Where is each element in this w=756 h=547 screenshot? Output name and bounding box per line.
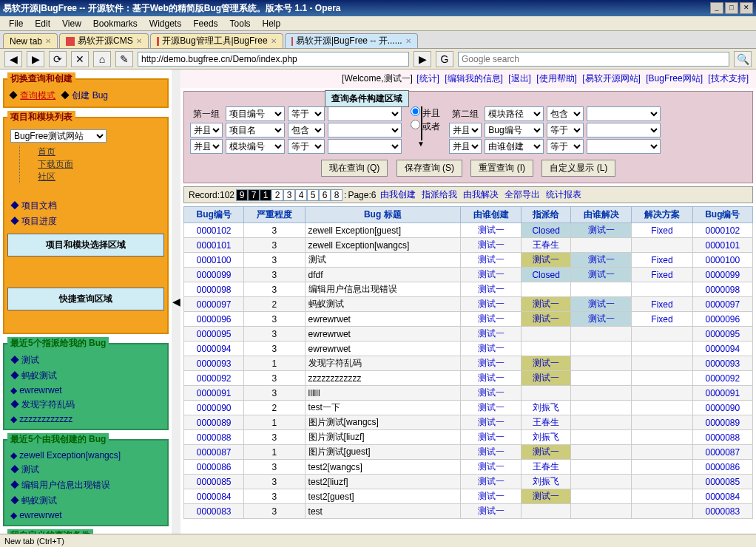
cell-link[interactable]: 测试一 — [478, 506, 504, 516]
cell-link[interactable]: 0000098 — [197, 285, 232, 295]
field-select[interactable]: 项目编号 — [226, 106, 285, 121]
cell-link[interactable]: 0000099 — [705, 270, 740, 280]
top-link[interactable]: [编辑我的信息] — [445, 73, 503, 84]
cell-link[interactable]: 测试一 — [478, 254, 504, 265]
radio-and[interactable]: 并且 — [411, 106, 440, 120]
value-select[interactable] — [587, 106, 661, 121]
cell-link[interactable]: 0000083 — [197, 506, 232, 517]
menu-file[interactable]: File — [3, 17, 29, 30]
cell-link[interactable]: 测试一 — [588, 269, 615, 279]
cell-link[interactable]: 0000091 — [197, 388, 232, 398]
recent-assigned-item[interactable]: zzzzzzzzzzzz — [7, 412, 164, 426]
home-button[interactable]: ⌂ — [93, 51, 111, 67]
cell-link[interactable]: 0000099 — [197, 270, 232, 280]
tab-0[interactable]: New tab✕ — [3, 33, 58, 48]
column-header[interactable]: Bug编号 — [184, 207, 244, 223]
tab-close-icon[interactable]: ✕ — [271, 37, 277, 45]
cell-link[interactable]: 测试一 — [478, 269, 504, 279]
cell-link[interactable]: 0000088 — [705, 432, 740, 443]
search-input[interactable] — [458, 52, 729, 67]
tab-close-icon[interactable]: ✕ — [45, 37, 51, 45]
cell-link[interactable]: Fixed — [651, 270, 672, 280]
cell-link[interactable]: 0000093 — [197, 359, 232, 369]
cell-link[interactable]: 测试一 — [588, 313, 615, 324]
menu-widgets[interactable]: Widgets — [144, 17, 187, 30]
cell-link[interactable]: 测试一 — [478, 446, 504, 457]
cell-link[interactable]: Fixed — [651, 225, 672, 236]
column-header[interactable]: Bug 标题 — [305, 207, 460, 223]
cell-link[interactable]: 测试一 — [478, 461, 504, 472]
cell-link[interactable]: 0000095 — [705, 329, 740, 339]
cell-link[interactable]: 测试一 — [478, 373, 504, 383]
value-select[interactable] — [328, 123, 402, 137]
recent-assigned-item[interactable]: 发现字符乱码 — [7, 397, 164, 412]
cell-link[interactable]: 0000089 — [197, 418, 232, 428]
menu-feeds[interactable]: Feeds — [187, 17, 223, 30]
field-select[interactable]: Bug编号 — [485, 123, 544, 137]
url-input[interactable] — [138, 52, 409, 67]
nav-link[interactable]: 社区 — [20, 171, 164, 183]
cell-link[interactable]: 测试一 — [478, 358, 504, 368]
cell-link[interactable]: 0000102 — [197, 225, 232, 236]
cell-link[interactable]: 测试一 — [478, 284, 504, 294]
cell-link[interactable]: Closed — [532, 270, 559, 280]
cell-link[interactable]: 0000094 — [705, 344, 740, 354]
cell-link[interactable]: 0000093 — [705, 359, 740, 369]
cell-link[interactable]: 0000090 — [197, 403, 232, 413]
top-link[interactable]: [技术支持] — [708, 73, 749, 84]
record-filter-link[interactable]: 指派给我 — [422, 189, 457, 200]
zoom-button[interactable]: 🔍 — [734, 51, 752, 67]
cell-link[interactable]: 测试一 — [588, 225, 615, 235]
value-select[interactable] — [587, 123, 661, 137]
cell-link[interactable]: 0000102 — [705, 225, 740, 236]
mode-query-link[interactable]: 查询模式 — [20, 90, 55, 101]
page-button[interactable]: 2 — [271, 189, 283, 201]
recent-created-item[interactable]: 编辑用户信息出现错误 — [7, 478, 164, 493]
operator-select[interactable]: 等于 — [547, 139, 584, 154]
cell-link[interactable]: 测试一 — [533, 313, 559, 324]
menu-edit[interactable]: Edit — [29, 17, 56, 30]
page-button[interactable]: 6 — [319, 189, 331, 201]
doc-link[interactable]: 项目进度 — [7, 214, 164, 229]
cell-link[interactable]: 测试一 — [478, 402, 504, 412]
value-select[interactable] — [328, 106, 402, 121]
cell-link[interactable]: 0000091 — [705, 388, 740, 398]
search-engine-icon[interactable]: G — [436, 51, 453, 67]
cell-link[interactable]: Fixed — [651, 255, 672, 265]
cell-link[interactable]: 0000092 — [705, 373, 740, 384]
field-select[interactable]: 模块编号 — [226, 139, 285, 154]
cell-link[interactable]: 0000088 — [197, 432, 232, 443]
cell-link[interactable]: 0000084 — [705, 492, 740, 502]
cell-link[interactable]: 测试一 — [478, 417, 504, 427]
doc-link[interactable]: 项目文档 — [7, 198, 164, 214]
cell-link[interactable]: 测试一 — [478, 387, 504, 398]
wand-button[interactable]: ✎ — [115, 51, 133, 67]
cell-link[interactable]: 测试一 — [478, 343, 504, 353]
cell-link[interactable]: 王春生 — [533, 417, 559, 427]
cell-link[interactable]: 王春生 — [533, 461, 559, 472]
page-button[interactable]: 5 — [307, 189, 319, 201]
record-filter-link[interactable]: 由我创建 — [380, 189, 416, 200]
column-header[interactable]: 由谁创建 — [460, 207, 521, 223]
reload-button[interactable]: ⟳ — [49, 51, 67, 67]
cell-link[interactable]: 0000084 — [197, 492, 232, 502]
recent-created-item[interactable]: zewell Exception[wangcs] — [7, 449, 164, 462]
forward-button[interactable]: ▶ — [27, 51, 44, 67]
recent-created-item[interactable]: 蚂蚁测试 — [7, 493, 164, 509]
tab-3[interactable]: 易软开源|BugFree -- 开......✕ — [285, 33, 418, 48]
recent-assigned-item[interactable]: ewrewrwet — [7, 384, 164, 397]
operator-select[interactable]: 等于 — [288, 139, 325, 154]
mode-create-link[interactable]: 创建 Bug — [72, 90, 108, 101]
top-link[interactable]: [统计] — [416, 73, 439, 84]
query-custom-button[interactable]: 自定义显示 (L) — [541, 160, 615, 177]
column-header[interactable]: Bug编号 — [692, 207, 752, 223]
recent-assigned-item[interactable]: 测试 — [7, 353, 164, 368]
join-select[interactable]: 并且 — [449, 139, 482, 154]
cell-link[interactable]: 0000096 — [197, 314, 232, 325]
column-header[interactable]: 严重程度 — [244, 207, 305, 223]
cell-link[interactable]: 0000090 — [705, 403, 740, 413]
stop-button[interactable]: ✕ — [71, 51, 89, 67]
cell-link[interactable]: 测试一 — [478, 299, 504, 309]
operator-select[interactable]: 包含 — [288, 123, 325, 137]
cell-link[interactable]: 测试一 — [533, 358, 559, 368]
